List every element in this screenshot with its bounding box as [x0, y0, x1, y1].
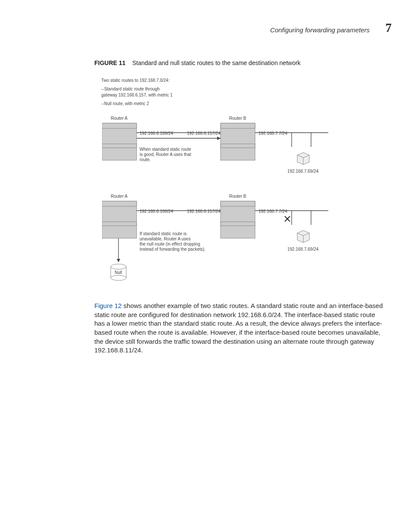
- diagram-note: When standard static route: [140, 147, 191, 152]
- running-header: Configuring forwarding parameters: [270, 26, 370, 34]
- figure-title: Standard and null static routes to the s…: [132, 59, 301, 66]
- diagram-note: instead of forwarding the packets).: [140, 247, 206, 252]
- router-a-label: Router A: [111, 116, 128, 121]
- svg-marker-33: [117, 259, 120, 262]
- svg-rect-1: [102, 123, 137, 128]
- svg-point-37: [111, 275, 126, 280]
- svg-rect-16: [102, 201, 137, 238]
- ip-label: 192.168.7.7/24: [258, 131, 287, 136]
- figure-diagram-top: Router A Router B 192.168.6.188/24 192.1…: [102, 115, 330, 178]
- figure-preface-text: Two static routes to 192.168.7.0/24: --S…: [101, 78, 173, 107]
- diagram-note: route.: [140, 157, 151, 162]
- router-b-label: Router B: [229, 116, 246, 121]
- svg-marker-8: [217, 137, 221, 140]
- ip-label: 192.168.6.188/24: [140, 209, 173, 214]
- ip-label: 192.168.6.157/24: [187, 209, 221, 214]
- diagram-note: the null route (in effect dropping: [140, 242, 200, 246]
- diagram-note: is good, Router A uses that: [140, 152, 191, 157]
- diagram-note: If standard static route is: [140, 231, 187, 236]
- ip-label: 192.168.7.69/24: [287, 169, 318, 174]
- preface-line: --Standard static route through: [101, 86, 173, 92]
- preface-line: --Null route, with metric 2: [101, 101, 173, 107]
- router-a-label: Router A: [111, 194, 128, 199]
- null-label: Null: [115, 270, 122, 275]
- ip-label: 192.168.7.69/24: [287, 247, 318, 252]
- svg-rect-4: [221, 123, 255, 128]
- diagram-note: unavailable, Router A uses: [140, 236, 190, 241]
- body-paragraph: Figure 12 shows another example of two s…: [94, 302, 387, 355]
- ip-label: 192.168.6.157/24: [187, 131, 221, 136]
- svg-rect-3: [221, 123, 255, 160]
- figure-label: FIGURE 11: [94, 59, 125, 66]
- router-b-label: Router B: [229, 194, 246, 199]
- ip-label: 192.168.7.7/24: [258, 209, 287, 214]
- figure-caption: FIGURE 11 Standard and null static route…: [94, 59, 301, 66]
- svg-rect-0: [102, 123, 137, 160]
- chapter-number: 7: [386, 21, 392, 35]
- ip-label: 192.168.6.188/24: [140, 131, 173, 136]
- figure-link[interactable]: Figure 12: [94, 302, 121, 309]
- svg-rect-2: [102, 144, 137, 148]
- paragraph-text: shows another example of two static rout…: [94, 302, 383, 354]
- svg-point-34: [111, 264, 126, 269]
- svg-rect-18: [102, 222, 137, 226]
- preface-line: gateway 192.168.6.157, with metric 1: [101, 92, 173, 98]
- svg-rect-21: [221, 222, 255, 226]
- svg-rect-5: [221, 144, 255, 148]
- svg-rect-17: [102, 201, 137, 206]
- diagram-svg: [102, 193, 330, 292]
- figure-diagram-bottom: Router A Router B 192.168.6.188/24 192.1…: [102, 193, 330, 292]
- svg-rect-20: [221, 201, 255, 206]
- preface-line: Two static routes to 192.168.7.0/24:: [101, 78, 173, 84]
- svg-rect-19: [221, 201, 255, 238]
